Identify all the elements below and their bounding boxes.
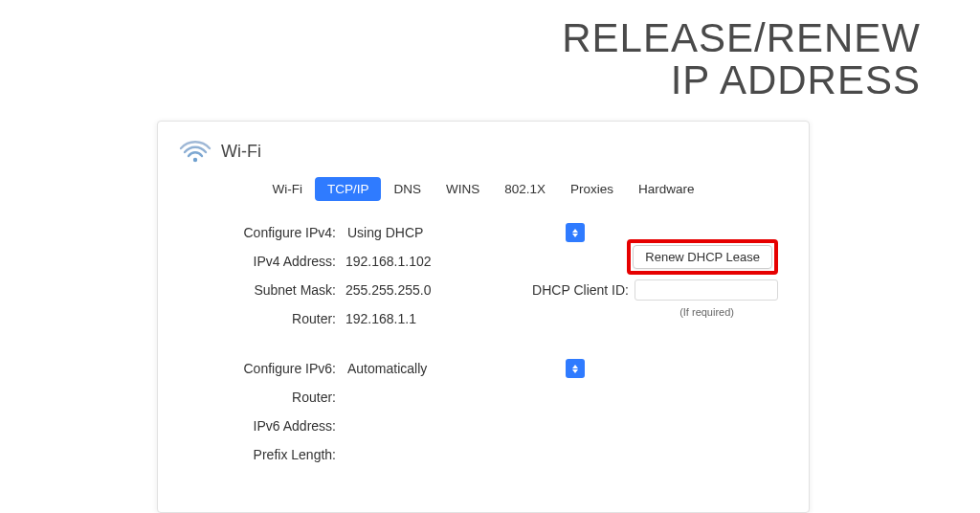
tab-hardware[interactable]: Hardware bbox=[626, 177, 707, 201]
tab-wifi[interactable]: Wi-Fi bbox=[259, 177, 314, 201]
tab-dns[interactable]: DNS bbox=[381, 177, 434, 201]
row-ipv6-router: Router: bbox=[175, 383, 791, 412]
configure-ipv4-value: Using DHCP bbox=[345, 225, 566, 240]
configure-ipv4-select[interactable]: Using DHCP bbox=[345, 222, 585, 243]
wifi-icon bbox=[179, 139, 212, 164]
panel-header: Wi-Fi bbox=[175, 135, 791, 173]
tab-tcpip[interactable]: TCP/IP bbox=[315, 177, 382, 201]
row-prefix-length: Prefix Length: bbox=[175, 440, 791, 469]
configure-ipv4-label: Configure IPv4: bbox=[175, 225, 345, 240]
chevron-updown-icon bbox=[566, 223, 585, 242]
row-ipv6-address: IPv6 Address: bbox=[175, 412, 791, 440]
dhcp-client-id-label: DHCP Client ID: bbox=[532, 282, 629, 298]
panel-title: Wi-Fi bbox=[221, 142, 261, 162]
prefix-length-label: Prefix Length: bbox=[175, 447, 345, 462]
configure-ipv6-value: Automatically bbox=[345, 361, 566, 376]
ipv4-address-value: 192.168.1.102 bbox=[345, 254, 518, 269]
subnet-mask-value: 255.255.255.0 bbox=[345, 282, 518, 298]
ipv6-router-label: Router: bbox=[175, 390, 345, 405]
tab-8021x[interactable]: 802.1X bbox=[492, 177, 558, 201]
configure-ipv6-select[interactable]: Automatically bbox=[345, 358, 585, 379]
dhcp-if-required-note: (If required) bbox=[679, 306, 734, 318]
ipv6-address-label: IPv6 Address: bbox=[175, 418, 345, 434]
subnet-mask-label: Subnet Mask: bbox=[175, 282, 345, 298]
tab-bar: Wi-Fi TCP/IP DNS WINS 802.1X Proxies Har… bbox=[175, 177, 791, 201]
tab-wins[interactable]: WINS bbox=[434, 177, 492, 201]
row-configure-ipv6: Configure IPv6: Automatically bbox=[175, 354, 791, 383]
ipv4-router-value: 192.168.1.1 bbox=[345, 311, 518, 326]
renew-highlight: Renew DHCP Lease bbox=[627, 239, 778, 275]
page-title-line1: RELEASE/RENEW bbox=[562, 15, 921, 60]
chevron-updown-icon bbox=[566, 359, 585, 378]
network-advanced-panel: Wi-Fi Wi-Fi TCP/IP DNS WINS 802.1X Proxi… bbox=[157, 121, 810, 513]
dhcp-client-id-row: DHCP Client ID: bbox=[532, 279, 778, 301]
tab-proxies[interactable]: Proxies bbox=[558, 177, 626, 201]
ipv4-router-label: Router: bbox=[175, 311, 345, 326]
page-title: RELEASE/RENEW IP ADDRESS bbox=[562, 17, 921, 101]
page-title-line2: IP ADDRESS bbox=[671, 57, 921, 102]
configure-ipv6-label: Configure IPv6: bbox=[175, 361, 345, 376]
dhcp-client-id-input[interactable] bbox=[635, 279, 778, 301]
ipv4-address-label: IPv4 Address: bbox=[175, 254, 345, 269]
form-area: Configure IPv4: Using DHCP IPv4 Address:… bbox=[175, 218, 791, 469]
renew-dhcp-lease-button[interactable]: Renew DHCP Lease bbox=[633, 245, 772, 269]
svg-point-0 bbox=[193, 158, 197, 162]
